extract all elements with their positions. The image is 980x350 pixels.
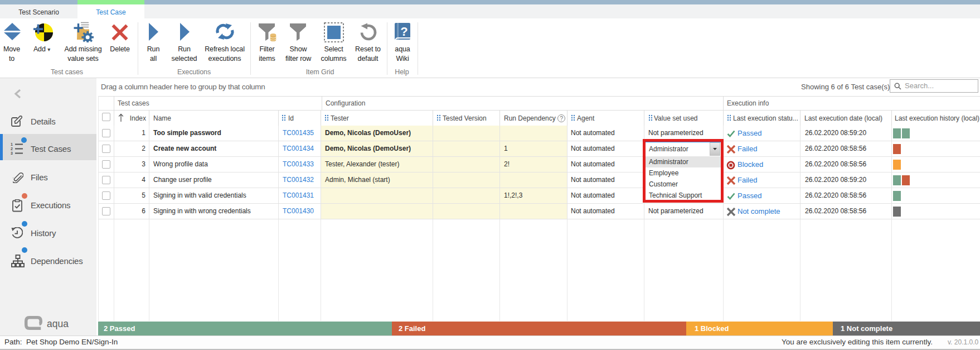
svg-text:1: 1 (11, 142, 13, 146)
svg-text:?: ? (400, 25, 407, 39)
svg-text:2: 2 (11, 147, 13, 151)
svg-text:3: 3 (11, 151, 13, 155)
